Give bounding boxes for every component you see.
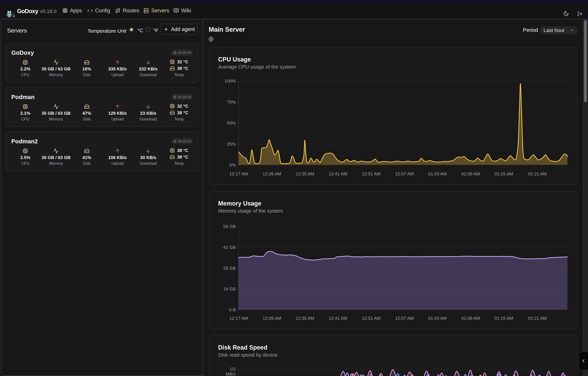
svg-text:01:03 AM: 01:03 AM bbox=[428, 316, 447, 321]
svg-text:42 GB: 42 GB bbox=[223, 245, 236, 250]
svg-text:0%: 0% bbox=[229, 162, 236, 167]
svg-text:12:57 AM: 12:57 AM bbox=[395, 316, 414, 321]
svg-text:MB/s: MB/s bbox=[226, 371, 236, 376]
svg-text:56 GB: 56 GB bbox=[223, 224, 236, 229]
svg-text:12:51 AM: 12:51 AM bbox=[362, 316, 381, 321]
svg-text:12:26 AM: 12:26 AM bbox=[263, 316, 281, 321]
svg-text:12:41 AM: 12:41 AM bbox=[329, 316, 347, 321]
svg-text:12:41 AM: 12:41 AM bbox=[329, 171, 347, 176]
svg-text:01:21 AM: 01:21 AM bbox=[528, 171, 547, 176]
svg-text:01:09 AM: 01:09 AM bbox=[461, 171, 480, 176]
svg-text:01:15 AM: 01:15 AM bbox=[495, 171, 513, 176]
svg-text:25%: 25% bbox=[227, 142, 236, 146]
svg-text:12:51 AM: 12:51 AM bbox=[362, 171, 381, 176]
svg-text:12:17 AM: 12:17 AM bbox=[229, 171, 248, 176]
svg-text:100%: 100% bbox=[225, 79, 236, 84]
svg-text:12:26 AM: 12:26 AM bbox=[263, 171, 281, 176]
svg-text:01:09 AM: 01:09 AM bbox=[461, 316, 480, 321]
svg-text:14 GB: 14 GB bbox=[223, 286, 236, 292]
svg-text:12:17 AM: 12:17 AM bbox=[229, 316, 248, 321]
svg-text:01:15 AM: 01:15 AM bbox=[495, 316, 513, 321]
svg-text:12:57 AM: 12:57 AM bbox=[395, 171, 414, 176]
svg-text:28 GB: 28 GB bbox=[223, 266, 236, 271]
svg-text:50%: 50% bbox=[227, 120, 236, 125]
svg-text:0 B: 0 B bbox=[229, 307, 236, 312]
svg-text:12:35 AM: 12:35 AM bbox=[296, 316, 314, 321]
svg-text:01:21 AM: 01:21 AM bbox=[528, 316, 547, 321]
svg-text:01:03 AM: 01:03 AM bbox=[428, 171, 447, 176]
svg-text:1/2: 1/2 bbox=[230, 366, 236, 372]
svg-text:12:35 AM: 12:35 AM bbox=[296, 171, 314, 176]
svg-text:75%: 75% bbox=[227, 100, 236, 104]
